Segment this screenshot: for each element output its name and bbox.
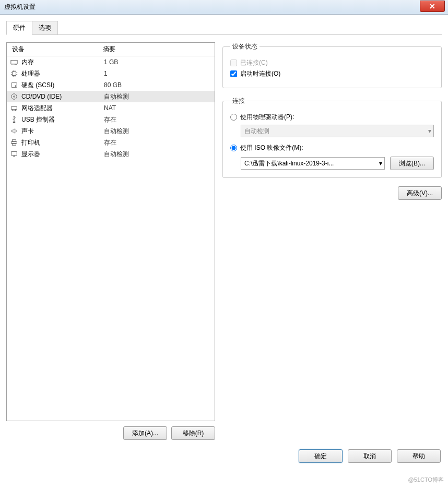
iso-file-label: 使用 ISO 映像文件(M): bbox=[240, 144, 303, 152]
iso-file-radio[interactable] bbox=[230, 145, 237, 151]
svg-point-7 bbox=[14, 116, 15, 117]
connected-checkbox bbox=[230, 59, 237, 66]
usb-icon bbox=[10, 115, 18, 124]
hardware-list-header: 设备 摘要 bbox=[7, 43, 215, 56]
svg-rect-2 bbox=[11, 83, 17, 88]
hardware-summary: 自动检测 bbox=[104, 150, 215, 159]
physical-drive-value: 自动检测 bbox=[244, 127, 269, 136]
sound-icon bbox=[10, 127, 18, 135]
net-icon bbox=[10, 104, 18, 112]
add-button[interactable]: 添加(A)... bbox=[123, 426, 167, 440]
hardware-row-display[interactable]: 显示器自动检测 bbox=[7, 148, 215, 160]
connection-legend: 连接 bbox=[230, 97, 247, 105]
connect-at-poweron-label: 启动时连接(O) bbox=[240, 69, 280, 78]
memory-icon bbox=[10, 58, 18, 66]
titlebar: 虚拟机设置 ✕ bbox=[0, 0, 448, 15]
hardware-rows: 内存1 GB处理器1硬盘 (SCSI)80 GBCD/DVD (IDE)自动检测… bbox=[7, 56, 215, 160]
advanced-button[interactable]: 高级(V)... bbox=[398, 186, 442, 200]
tab-options[interactable]: 选项 bbox=[32, 21, 58, 34]
header-device: 设备 bbox=[7, 45, 101, 54]
tab-strip: 硬件 选项 bbox=[6, 21, 442, 35]
bottom-action-bar: 确定 取消 帮助 bbox=[6, 449, 442, 463]
device-status-legend: 设备状态 bbox=[230, 42, 260, 51]
hardware-row-cpu[interactable]: 处理器1 bbox=[7, 68, 215, 79]
physical-drive-combo: 自动检测 ▾ bbox=[241, 125, 434, 137]
svg-rect-8 bbox=[13, 122, 15, 123]
hardware-name: CD/DVD (IDE) bbox=[21, 93, 104, 100]
hardware-summary: 存在 bbox=[104, 115, 215, 124]
svg-rect-6 bbox=[11, 106, 17, 109]
close-button[interactable]: ✕ bbox=[420, 1, 445, 12]
hardware-name: USB 控制器 bbox=[21, 115, 104, 124]
hardware-summary: 存在 bbox=[104, 138, 215, 147]
advanced-row: 高级(V)... bbox=[222, 186, 442, 200]
cd-icon bbox=[10, 92, 18, 101]
hardware-name: 硬盘 (SCSI) bbox=[21, 81, 104, 90]
iso-path-combo[interactable]: C:\迅雷下载\kali-linux-2019-3-i... ▾ bbox=[241, 157, 385, 170]
window-title: 虚拟机设置 bbox=[4, 3, 36, 11]
hardware-summary: 自动检测 bbox=[104, 127, 215, 136]
connected-label: 已连接(C) bbox=[240, 58, 268, 67]
cancel-button[interactable]: 取消 bbox=[348, 449, 392, 463]
hardware-name: 内存 bbox=[21, 58, 104, 67]
ok-button[interactable]: 确定 bbox=[299, 449, 343, 463]
svg-rect-1 bbox=[13, 72, 16, 76]
physical-drive-radio[interactable] bbox=[230, 114, 237, 121]
svg-point-5 bbox=[14, 96, 15, 98]
hardware-row-cd[interactable]: CD/DVD (IDE)自动检测 bbox=[7, 91, 215, 102]
hardware-row-memory[interactable]: 内存1 GB bbox=[7, 56, 215, 68]
header-summary: 摘要 bbox=[101, 45, 215, 54]
svg-point-3 bbox=[15, 86, 16, 87]
display-icon bbox=[10, 150, 18, 158]
connected-row: 已连接(C) bbox=[230, 58, 434, 67]
help-button[interactable]: 帮助 bbox=[397, 449, 441, 463]
connect-at-poweron-checkbox[interactable] bbox=[230, 70, 237, 77]
close-icon: ✕ bbox=[429, 2, 435, 10]
svg-rect-12 bbox=[11, 152, 17, 156]
hardware-summary: 自动检测 bbox=[104, 92, 215, 101]
tab-content: 设备 摘要 内存1 GB处理器1硬盘 (SCSI)80 GBCD/DVD (ID… bbox=[6, 35, 442, 440]
tab-hardware[interactable]: 硬件 bbox=[6, 21, 32, 35]
iso-path-value: C:\迅雷下载\kali-linux-2019-3-i... bbox=[244, 159, 334, 168]
chevron-down-icon: ▾ bbox=[428, 127, 431, 135]
browse-button[interactable]: 浏览(B)... bbox=[390, 157, 434, 170]
hardware-actions: 添加(A)... 移除(R) bbox=[6, 426, 215, 440]
hardware-name: 打印机 bbox=[21, 138, 104, 147]
svg-rect-9 bbox=[13, 140, 16, 142]
hardware-name: 声卡 bbox=[21, 127, 104, 136]
device-status-group: 设备状态 已连接(C) 启动时连接(O) bbox=[222, 42, 442, 88]
watermark: @51CTO博客 bbox=[408, 476, 444, 484]
chevron-down-icon: ▾ bbox=[379, 160, 382, 167]
hardware-name: 显示器 bbox=[21, 150, 104, 159]
right-column: 设备状态 已连接(C) 启动时连接(O) 连接 使用物理驱动器(P): bbox=[222, 42, 442, 440]
cpu-icon bbox=[10, 69, 18, 78]
left-column: 设备 摘要 内存1 GB处理器1硬盘 (SCSI)80 GBCD/DVD (ID… bbox=[6, 42, 215, 440]
hardware-row-disk[interactable]: 硬盘 (SCSI)80 GB bbox=[7, 79, 215, 91]
dialog-body: 硬件 选项 设备 摘要 内存1 GB处理器1硬盘 (SCSI)80 GBCD/D… bbox=[0, 15, 448, 467]
iso-file-row: 使用 ISO 映像文件(M): bbox=[230, 144, 434, 152]
hardware-summary: 1 GB bbox=[104, 58, 215, 66]
physical-drive-row: 使用物理驱动器(P): bbox=[230, 113, 434, 122]
remove-button[interactable]: 移除(R) bbox=[171, 426, 215, 440]
printer-icon bbox=[10, 138, 18, 147]
hardware-name: 处理器 bbox=[21, 69, 104, 78]
disk-icon bbox=[10, 81, 18, 89]
hardware-list[interactable]: 设备 摘要 内存1 GB处理器1硬盘 (SCSI)80 GBCD/DVD (ID… bbox=[6, 42, 215, 421]
connect-at-poweron-row: 启动时连接(O) bbox=[230, 69, 434, 78]
hardware-row-sound[interactable]: 声卡自动检测 bbox=[7, 125, 215, 137]
hardware-name: 网络适配器 bbox=[21, 104, 104, 113]
iso-path-row: C:\迅雷下载\kali-linux-2019-3-i... ▾ 浏览(B)..… bbox=[241, 157, 434, 170]
hardware-row-usb[interactable]: USB 控制器存在 bbox=[7, 114, 215, 125]
hardware-summary: 80 GB bbox=[104, 81, 215, 89]
hardware-row-net[interactable]: 网络适配器NAT bbox=[7, 102, 215, 114]
physical-drive-combo-wrap: 自动检测 ▾ bbox=[241, 125, 434, 137]
hardware-summary: 1 bbox=[104, 70, 215, 77]
svg-point-4 bbox=[11, 94, 17, 100]
physical-drive-label: 使用物理驱动器(P): bbox=[240, 113, 294, 122]
svg-rect-0 bbox=[11, 61, 17, 64]
connection-group: 连接 使用物理驱动器(P): 自动检测 ▾ 使用 ISO 映像文件(M): bbox=[222, 97, 442, 178]
hardware-row-printer[interactable]: 打印机存在 bbox=[7, 137, 215, 148]
hardware-summary: NAT bbox=[104, 104, 215, 112]
